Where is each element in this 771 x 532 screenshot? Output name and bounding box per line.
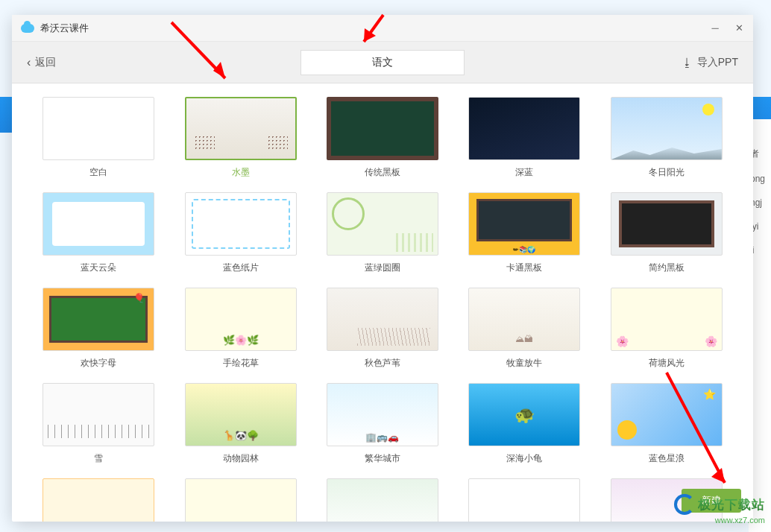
template-card[interactable]: 深海小龟 bbox=[466, 383, 582, 465]
template-thumb bbox=[185, 97, 297, 160]
toolbar: ‹ 返回 语文 ⭳ 导入PPT bbox=[12, 42, 753, 83]
template-label: 雪 bbox=[94, 452, 103, 465]
import-ppt-button[interactable]: ⭳ 导入PPT bbox=[682, 56, 738, 69]
chevron-left-icon: ‹ bbox=[27, 56, 31, 69]
template-scroll[interactable]: 空白水墨传统黑板深蓝冬日阳光蓝天云朵蓝色纸片蓝绿圆圈卡通黑板简约黑板欢快字母手绘… bbox=[12, 83, 753, 522]
back-button[interactable]: ‹ 返回 bbox=[27, 56, 56, 69]
template-card[interactable]: 繁华城市 bbox=[324, 383, 441, 465]
template-card[interactable]: 简约黑板 bbox=[608, 192, 725, 274]
template-card[interactable]: 秋色芦苇 bbox=[324, 288, 441, 370]
cloud-icon bbox=[21, 24, 34, 33]
template-thumb bbox=[327, 97, 438, 160]
template-card[interactable] bbox=[466, 478, 582, 522]
template-label: 蓝色星浪 bbox=[649, 452, 685, 465]
template-thumb bbox=[43, 192, 154, 256]
template-card[interactable]: 动物园林 bbox=[182, 383, 298, 465]
template-label: 深蓝 bbox=[515, 166, 533, 179]
new-button[interactable]: 新建 bbox=[682, 489, 741, 513]
template-card[interactable] bbox=[182, 478, 298, 522]
template-card[interactable] bbox=[40, 478, 157, 522]
template-thumb bbox=[43, 383, 154, 446]
subject-selector[interactable]: 语文 bbox=[300, 50, 465, 75]
template-label: 冬日阳光 bbox=[649, 166, 685, 179]
template-thumb bbox=[43, 288, 154, 351]
template-thumb bbox=[43, 478, 154, 522]
template-thumb bbox=[327, 192, 438, 256]
template-card[interactable]: 深蓝 bbox=[466, 97, 582, 179]
template-card[interactable]: 空白 bbox=[40, 97, 157, 179]
template-card[interactable]: 水墨 bbox=[182, 97, 298, 179]
template-thumb bbox=[327, 383, 438, 446]
template-card[interactable]: 欢快字母 bbox=[40, 288, 157, 370]
template-thumb bbox=[468, 192, 580, 256]
template-label: 秋色芦苇 bbox=[365, 357, 400, 370]
template-thumb bbox=[327, 478, 438, 522]
template-card[interactable]: 雪 bbox=[40, 383, 157, 465]
template-thumb bbox=[611, 383, 723, 446]
template-thumb bbox=[43, 97, 154, 160]
template-card[interactable]: 冬日阳光 bbox=[608, 97, 725, 179]
template-thumb bbox=[468, 383, 580, 446]
template-card[interactable]: 蓝色星浪 bbox=[608, 383, 725, 465]
titlebar: 希沃云课件 ─ ✕ bbox=[12, 15, 753, 42]
template-thumb bbox=[185, 383, 297, 446]
subject-label: 语文 bbox=[372, 56, 393, 69]
import-label: 导入PPT bbox=[697, 56, 738, 69]
template-card[interactable]: 荷塘风光 bbox=[608, 288, 725, 370]
template-card[interactable]: 蓝绿圆圈 bbox=[324, 192, 441, 274]
minimize-button[interactable]: ─ bbox=[710, 23, 720, 34]
template-thumb bbox=[468, 97, 580, 160]
template-label: 空白 bbox=[89, 166, 107, 179]
template-label: 荷塘风光 bbox=[649, 357, 685, 370]
back-label: 返回 bbox=[35, 56, 56, 69]
template-label: 蓝绿圆圈 bbox=[365, 262, 400, 274]
template-card[interactable]: 卡通黑板 bbox=[466, 192, 582, 274]
template-label: 动物园林 bbox=[223, 452, 259, 465]
template-card[interactable]: 手绘花草 bbox=[182, 288, 298, 370]
template-label: 蓝色纸片 bbox=[223, 262, 259, 274]
window-title: 希沃云课件 bbox=[40, 22, 89, 35]
template-thumb bbox=[327, 288, 438, 351]
template-label: 简约黑板 bbox=[649, 262, 685, 274]
template-thumb bbox=[611, 288, 723, 351]
template-thumb bbox=[468, 478, 580, 522]
template-thumb bbox=[185, 192, 297, 256]
template-thumb bbox=[611, 97, 723, 160]
template-label: 欢快字母 bbox=[81, 357, 116, 370]
template-label: 水墨 bbox=[232, 166, 250, 179]
template-label: 深海小龟 bbox=[506, 452, 542, 465]
template-card[interactable]: 蓝天云朵 bbox=[40, 192, 157, 274]
template-card[interactable]: 牧童放牛 bbox=[466, 288, 582, 370]
template-grid: 空白水墨传统黑板深蓝冬日阳光蓝天云朵蓝色纸片蓝绿圆圈卡通黑板简约黑板欢快字母手绘… bbox=[40, 97, 725, 522]
template-thumb bbox=[185, 478, 297, 522]
template-thumb bbox=[611, 192, 723, 256]
template-thumb bbox=[468, 288, 580, 351]
template-label: 蓝天云朵 bbox=[81, 262, 116, 274]
import-icon: ⭳ bbox=[682, 56, 693, 69]
template-label: 牧童放牛 bbox=[506, 357, 542, 370]
template-modal: 希沃云课件 ─ ✕ ‹ 返回 语文 ⭳ 导入PPT 空白水墨传统黑板深蓝冬日阳光… bbox=[12, 15, 753, 522]
template-label: 手绘花草 bbox=[223, 357, 259, 370]
template-card[interactable]: 传统黑板 bbox=[324, 97, 441, 179]
template-label: 卡通黑板 bbox=[506, 262, 542, 274]
template-card[interactable] bbox=[324, 478, 441, 522]
template-label: 传统黑板 bbox=[365, 166, 400, 179]
close-button[interactable]: ✕ bbox=[734, 23, 744, 34]
template-thumb bbox=[185, 288, 297, 351]
template-label: 繁华城市 bbox=[365, 452, 400, 465]
template-card[interactable]: 蓝色纸片 bbox=[182, 192, 298, 274]
